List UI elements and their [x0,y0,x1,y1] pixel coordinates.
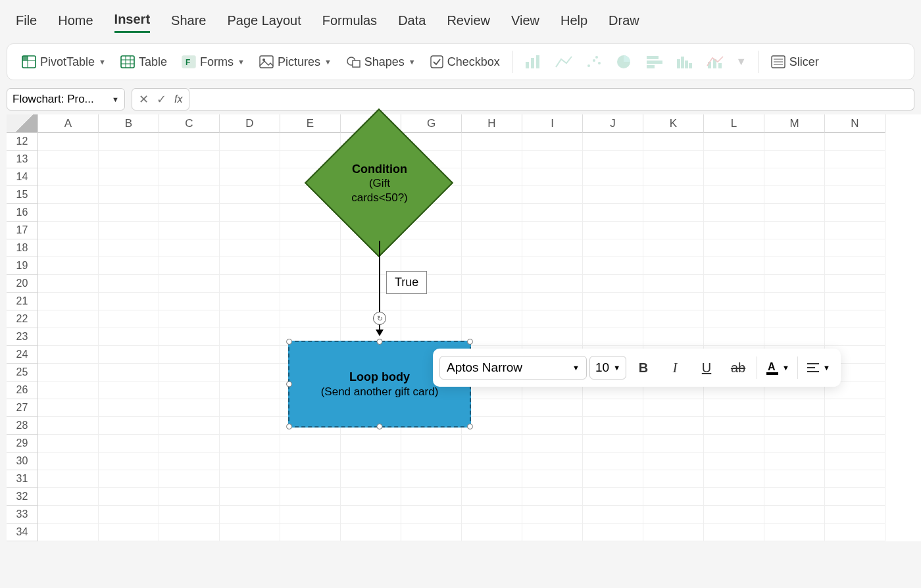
cell[interactable] [522,239,583,257]
cell[interactable] [99,151,159,168]
cell[interactable] [643,506,704,524]
checkbox-button[interactable]: Checkbox [425,51,505,73]
histogram-icon[interactable] [676,54,694,70]
cell[interactable] [341,364,401,381]
cell[interactable] [280,186,341,204]
cell[interactable] [401,239,462,257]
cell[interactable] [99,293,159,310]
cell[interactable] [401,310,462,328]
cell[interactable] [99,399,159,417]
cell[interactable] [280,488,341,506]
cell[interactable] [38,506,99,524]
cell[interactable] [764,186,825,204]
cell[interactable] [99,488,159,506]
cell[interactable] [99,168,159,186]
cell[interactable] [38,293,99,310]
cell[interactable] [462,222,522,239]
cell[interactable] [99,275,159,293]
cell[interactable] [280,310,341,328]
cell[interactable] [643,453,704,470]
cell[interactable] [99,186,159,204]
cell[interactable] [99,346,159,364]
cell[interactable] [159,417,220,435]
cell[interactable] [159,204,220,222]
cell[interactable] [341,399,401,417]
cell[interactable] [220,275,280,293]
row-header[interactable]: 28 [7,417,38,435]
cell[interactable] [280,470,341,488]
cell[interactable] [764,470,825,488]
cell[interactable] [280,133,341,151]
cell[interactable] [643,310,704,328]
cell[interactable] [99,435,159,453]
cell[interactable] [643,417,704,435]
cell[interactable] [401,524,462,541]
cell[interactable] [583,435,643,453]
cell[interactable] [462,328,522,346]
cell[interactable] [643,204,704,222]
cell[interactable] [220,133,280,151]
cell[interactable] [825,239,885,257]
row-header[interactable]: 27 [7,399,38,417]
cell[interactable] [401,399,462,417]
cell[interactable] [825,133,885,151]
cell[interactable] [704,399,764,417]
cell[interactable] [704,275,764,293]
cell[interactable] [220,186,280,204]
cell[interactable] [825,470,885,488]
cell[interactable] [643,435,704,453]
cell[interactable] [341,346,401,364]
cell[interactable] [643,293,704,310]
cell[interactable] [341,310,401,328]
cell[interactable] [280,257,341,275]
row-header[interactable]: 17 [7,222,38,239]
cell[interactable] [764,417,825,435]
cell[interactable] [704,328,764,346]
cell[interactable] [764,257,825,275]
cell[interactable] [341,275,401,293]
cell[interactable] [825,204,885,222]
cell[interactable] [764,151,825,168]
cell[interactable] [220,257,280,275]
cell[interactable] [99,257,159,275]
cell[interactable] [280,346,341,364]
cell[interactable] [38,399,99,417]
col-header[interactable]: D [220,114,280,133]
cell[interactable] [643,524,704,541]
cell[interactable] [280,364,341,381]
cell[interactable] [704,239,764,257]
cell[interactable] [462,310,522,328]
cell[interactable] [280,239,341,257]
cell[interactable] [522,399,583,417]
col-header[interactable]: L [704,114,764,133]
cell[interactable] [583,524,643,541]
cell[interactable] [704,293,764,310]
row-header[interactable]: 30 [7,453,38,470]
cell[interactable] [159,293,220,310]
cell[interactable] [280,151,341,168]
cell[interactable] [704,151,764,168]
cell[interactable] [643,470,704,488]
cell[interactable] [159,435,220,453]
cell[interactable] [764,488,825,506]
cell[interactable] [341,506,401,524]
font-color-button[interactable]: A ▼ [761,360,793,376]
cell[interactable] [159,222,220,239]
cell[interactable] [220,328,280,346]
cell[interactable] [341,257,401,275]
cell[interactable] [583,275,643,293]
cell[interactable] [643,275,704,293]
cell[interactable] [704,222,764,239]
cell[interactable] [583,399,643,417]
col-header[interactable]: K [643,114,704,133]
cell[interactable] [704,133,764,151]
cell[interactable] [401,133,462,151]
cell[interactable] [522,168,583,186]
bold-button[interactable]: B [629,353,658,382]
slicer-button[interactable]: Slicer [766,51,824,73]
cell[interactable] [99,133,159,151]
row-header[interactable]: 18 [7,239,38,257]
cell[interactable] [704,310,764,328]
row-header[interactable]: 25 [7,364,38,381]
row-header[interactable]: 16 [7,204,38,222]
